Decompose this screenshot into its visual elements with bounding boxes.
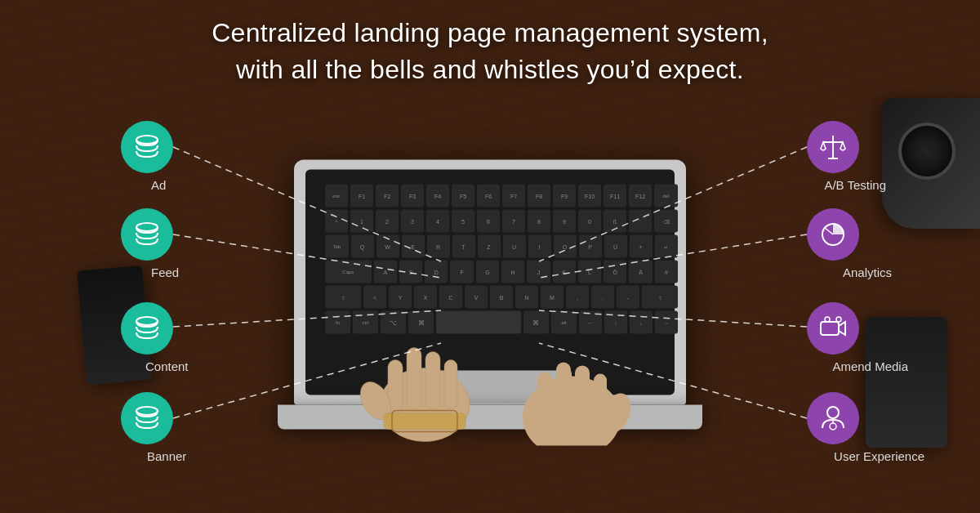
tablet-prop (866, 317, 947, 448)
database-icon-ad (132, 132, 162, 162)
main-heading: Centralized landing page management syst… (0, 15, 980, 88)
icon-feed (121, 208, 173, 261)
icon-ab-testing (807, 121, 859, 173)
label-content: Content (145, 359, 189, 373)
icon-banner (121, 392, 173, 444)
label-analytics: Analytics (843, 265, 892, 279)
svg-point-24 (136, 317, 158, 325)
label-user-experience: User Experience (834, 449, 924, 463)
svg-rect-11 (575, 366, 590, 422)
icon-user-experience (807, 392, 859, 444)
svg-point-35 (830, 423, 836, 430)
user-icon (818, 404, 848, 433)
label-feed: Feed (151, 265, 179, 279)
icon-amend-media (807, 302, 859, 355)
svg-rect-2 (407, 348, 421, 409)
database-icon-content (132, 314, 162, 343)
svg-rect-6 (384, 413, 466, 430)
svg-point-22 (136, 136, 158, 144)
database-icon-feed (132, 220, 162, 249)
icon-analytics (807, 208, 859, 261)
icon-content (121, 302, 173, 355)
label-banner: Banner (147, 449, 186, 463)
svg-rect-10 (556, 363, 571, 422)
scale-icon (818, 132, 848, 162)
svg-point-23 (136, 223, 158, 231)
label-amend-media: Amend Media (832, 359, 908, 373)
svg-point-34 (827, 407, 839, 418)
svg-rect-31 (821, 322, 839, 335)
camera-lens (898, 123, 956, 180)
camera-prop (882, 98, 980, 229)
database-icon-banner (132, 404, 162, 433)
svg-rect-9 (537, 372, 552, 426)
svg-point-25 (136, 407, 158, 415)
hands-svg (278, 242, 702, 446)
chart-icon (818, 220, 848, 249)
label-ab-testing: A/B Testing (824, 178, 886, 192)
svg-line-30 (825, 228, 833, 234)
svg-rect-4 (444, 360, 457, 409)
icon-ad (121, 121, 173, 173)
video-icon (818, 314, 848, 343)
svg-rect-3 (425, 352, 440, 409)
label-ad: Ad (151, 178, 166, 192)
svg-point-33 (836, 317, 841, 322)
laptop: esc F1F2F3 F4F5F6 F7F8F9 F10F11F12 del ^… (278, 127, 702, 422)
heading-line2: with all the bells and whistles you’d ex… (236, 55, 744, 84)
heading-line1: Centralized landing page management syst… (212, 18, 768, 47)
